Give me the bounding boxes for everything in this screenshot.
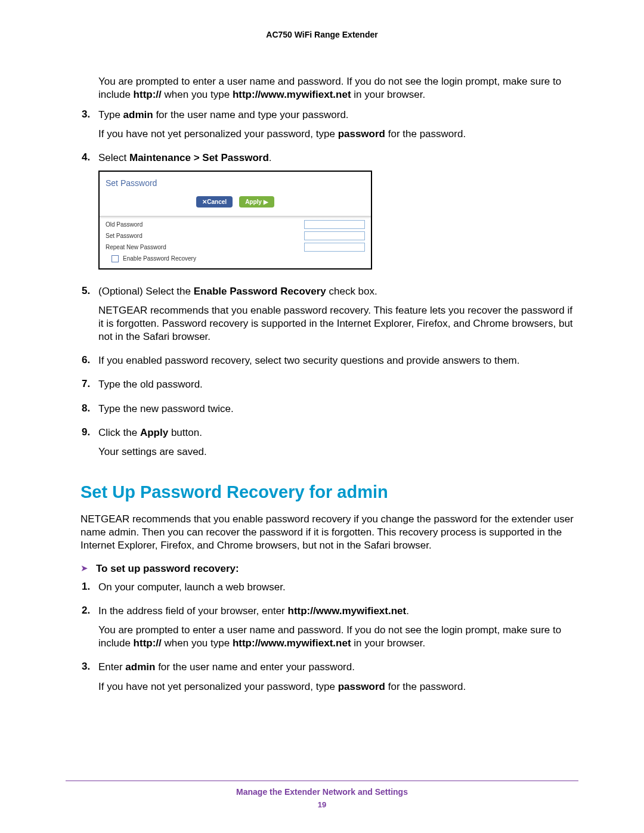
step3-note: If you have not yet personalized your pa…: [98, 128, 578, 141]
enable-recovery-row: Enable Password Recovery: [112, 254, 196, 262]
procedure-heading: To set up password recovery:: [96, 563, 239, 575]
step-number: 3.: [82, 661, 98, 699]
text: in your browser.: [351, 89, 426, 100]
s2-step3-note: If you have not yet personalized your pa…: [98, 680, 578, 693]
step8-text: Type the new password twice.: [98, 402, 578, 416]
step-number: 7.: [82, 378, 98, 397]
step3-text: Type admin for the user name and type yo…: [98, 109, 578, 122]
footer-page-number: 19: [66, 800, 578, 809]
step-number: 2.: [82, 605, 98, 656]
text: when you type: [162, 89, 233, 100]
step5-text: (Optional) Select the Enable Password Re…: [98, 285, 578, 298]
repeat-password-input[interactable]: [304, 243, 365, 252]
step9-note: Your settings are saved.: [98, 445, 578, 459]
footer-title: Manage the Extender Network and Settings: [66, 787, 578, 797]
old-password-label: Old Password: [106, 221, 143, 228]
procedure-arrow-icon: ➤: [80, 563, 96, 575]
set-password-label: Set Password: [106, 232, 143, 240]
s2-step2-text: In the address field of your browser, en…: [98, 605, 578, 618]
screenshot-title: Set Password: [106, 178, 365, 188]
step5-note: NETGEAR recommends that you enable passw…: [98, 304, 578, 343]
set-password-input[interactable]: [304, 231, 365, 240]
step4-text: Select Maintenance > Set Password.: [98, 151, 578, 165]
page-footer: Manage the Extender Network and Settings…: [66, 781, 578, 809]
step-number: 6.: [82, 354, 98, 373]
enable-recovery-checkbox[interactable]: [112, 255, 119, 262]
step-number: 5.: [82, 285, 98, 349]
s2-step3-text: Enter admin for the user name and enter …: [98, 661, 578, 674]
section2-intro: NETGEAR recommends that you enable passw…: [80, 513, 578, 552]
apply-button[interactable]: Apply ▶: [239, 196, 274, 208]
step-number: 1.: [82, 581, 98, 600]
step9-text: Click the Apply button.: [98, 426, 578, 439]
step-number: 9.: [82, 426, 98, 465]
cancel-button[interactable]: ✕Cancel: [196, 196, 233, 208]
repeat-password-label: Repeat New Password: [106, 243, 166, 251]
section-heading: Set Up Password Recovery for admin: [80, 482, 578, 502]
step-number: 4.: [82, 151, 98, 280]
text-bold: http://: [134, 89, 162, 100]
step6-text: If you enabled password recovery, select…: [98, 354, 578, 367]
s2-step1-text: On your computer, launch a web browser.: [98, 581, 578, 594]
step7-text: Type the old password.: [98, 378, 578, 391]
text-bold: http://www.mywifiext.net: [233, 89, 351, 100]
step-number: 3.: [82, 109, 98, 147]
intro-paragraph: You are prompted to enter a user name an…: [98, 75, 578, 101]
set-password-screenshot: Set Password ✕Cancel Apply ▶ Old Passwor…: [98, 171, 372, 269]
page-header: AC750 WiFi Range Extender: [66, 30, 578, 39]
step-number: 8.: [82, 402, 98, 422]
s2-step2-note: You are prompted to enter a user name an…: [98, 624, 578, 650]
old-password-input[interactable]: [304, 220, 365, 229]
enable-recovery-label: Enable Password Recovery: [123, 255, 196, 262]
